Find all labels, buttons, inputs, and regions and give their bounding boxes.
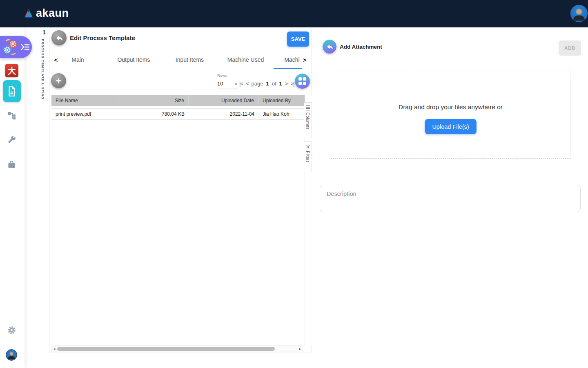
brand-name: akaun (36, 7, 69, 20)
attachment-back-button[interactable] (323, 40, 336, 54)
total-pages-number: 1 (279, 81, 282, 87)
scroll-right-arrow-icon[interactable]: ▸ (298, 346, 303, 352)
rows-label: Rows (217, 73, 227, 78)
brand-logo[interactable]: akaun (23, 7, 69, 20)
sidebar-item-hierarchy[interactable] (7, 111, 16, 121)
table-row[interactable]: print preview.pdf 780.04 KB 2022-11-04 J… (51, 108, 305, 120)
person-icon (570, 5, 588, 22)
gear-icon (7, 325, 16, 335)
grid-view-button[interactable] (295, 74, 310, 89)
app-root: akaun (0, 0, 588, 368)
app-sidebar (0, 27, 24, 368)
add-attachment-button[interactable]: + (51, 73, 66, 88)
page-word: page (252, 81, 263, 87)
da-character-icon (7, 66, 17, 76)
tab-output-items[interactable]: Output Items (106, 50, 162, 69)
tab-main[interactable]: Main (50, 50, 106, 69)
user-avatar[interactable] (570, 4, 588, 22)
next-page-button[interactable]: > (285, 81, 288, 87)
cell-uploaded-date: 2022-11-04 (189, 109, 258, 119)
table-header-row: File Name Size Uploaded Date Uploaded By (51, 95, 305, 106)
tab-machine-used[interactable]: Machine Used (218, 50, 274, 69)
sidebar-item-tools[interactable] (7, 135, 16, 144)
edit-process-template-panel: Edit Process Template SAVE < Main Output… (49, 27, 312, 352)
filter-funnel-icon (306, 144, 310, 149)
tab-list: Main Output Items Input Items Machine Us… (50, 50, 310, 69)
filters-button-label: Filters (305, 151, 310, 163)
sidebar-item-process-app-active[interactable] (0, 36, 32, 58)
briefcase-icon (7, 160, 16, 169)
sidebar-item-briefcase[interactable] (7, 160, 16, 169)
filters-button[interactable]: Filters (304, 141, 312, 172)
flow-tree-icon (7, 111, 16, 121)
add-button-disabled[interactable]: ADD (559, 40, 581, 56)
cell-uploaded-by: Jia Hao Koh (258, 109, 305, 119)
horizontal-scrollbar[interactable]: ◂ ▸ (51, 346, 303, 352)
rows-value: 10 (217, 81, 223, 87)
person-icon (6, 350, 17, 360)
prev-page-button[interactable]: < (246, 81, 249, 87)
cell-size: 780.04 KB (120, 109, 189, 119)
sidebar-item-document-app[interactable] (3, 80, 21, 102)
first-page-button[interactable]: |< (239, 81, 243, 87)
scroll-left-arrow-icon[interactable]: ◂ (52, 346, 57, 352)
last-page-button[interactable]: >| (290, 81, 294, 87)
document-icon (7, 85, 17, 97)
description-input[interactable] (320, 185, 581, 212)
of-word: of (272, 81, 276, 87)
back-arrow-icon (55, 34, 63, 42)
column-header-uploaded-date[interactable]: Uploaded Date (189, 95, 258, 106)
tab-scroll-right-icon[interactable]: > (301, 55, 309, 64)
column-header-file-name[interactable]: File Name (51, 95, 120, 106)
tab-bar: < Main Output Items Input Items Machine … (49, 50, 311, 69)
file-dropzone[interactable]: Drag and drop your files anywhere or Upl… (331, 70, 570, 159)
columns-grip-icon (306, 105, 310, 110)
collapse-menu-icon (20, 42, 30, 52)
sidebar-user-avatar[interactable] (6, 349, 17, 361)
table-toolbar: + Rows 10 ▼ |< < page 1 of 1 > >| (49, 69, 311, 95)
scrollbar-thumb[interactable] (57, 347, 275, 351)
module-tab-label[interactable]: PROCESS TEMPLATE LISTING (41, 39, 45, 100)
sidebar-item-da-app[interactable] (5, 64, 18, 77)
column-header-size[interactable]: Size (120, 95, 189, 106)
sidebar-item-settings[interactable] (7, 325, 16, 335)
back-button[interactable] (51, 30, 67, 45)
upload-files-button[interactable]: Upload File(s) (425, 119, 476, 134)
chevron-down-icon: ▼ (234, 83, 238, 86)
current-page-number: 1 (266, 81, 269, 87)
rows-per-page-select[interactable]: 10 ▼ (217, 79, 238, 88)
columns-button-label: Columns (305, 112, 310, 129)
page-title: Edit Process Template (70, 34, 135, 41)
open-module-tab-strip: 1 PROCESS TEMPLATE LISTING (39, 27, 49, 368)
wrench-icon (7, 135, 16, 144)
pagination: |< < page 1 of 1 > >| (239, 81, 294, 87)
dropzone-instruction: Drag and drop your files anywhere or (331, 103, 570, 111)
add-attachment-panel: Add Attachment ADD Drag and drop your fi… (312, 27, 588, 368)
column-header-uploaded-by[interactable]: Uploaded By (258, 95, 305, 106)
columns-button[interactable]: Columns (304, 102, 312, 138)
cell-file-name: print preview.pdf (51, 109, 120, 119)
module-tab-number: 1 (39, 29, 49, 36)
save-button[interactable]: SAVE (287, 31, 309, 47)
back-arrow-icon (326, 43, 334, 51)
tab-input-items[interactable]: Input Items (162, 50, 218, 69)
grid-icon (298, 77, 306, 85)
brand-triangle-icon (23, 9, 34, 18)
attachment-panel-title: Add Attachment (340, 44, 382, 50)
gears-icon (1, 38, 20, 56)
top-bar: akaun (0, 0, 588, 27)
description-field-wrap (320, 185, 581, 212)
